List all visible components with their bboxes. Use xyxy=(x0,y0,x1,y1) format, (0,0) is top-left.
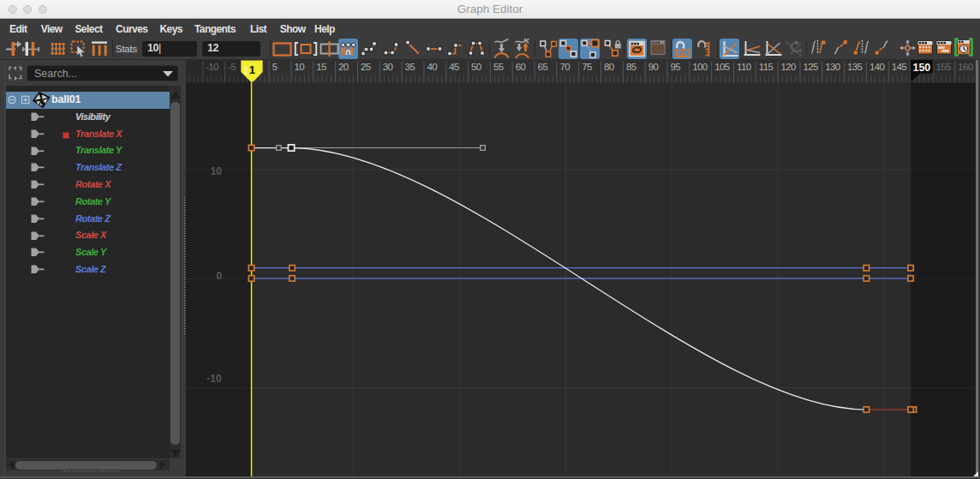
svg-text:60: 60 xyxy=(516,62,526,72)
svg-text:-10: -10 xyxy=(206,62,218,72)
svg-text:105: 105 xyxy=(714,62,729,72)
svg-text:1: 1 xyxy=(243,65,248,75)
svg-text:15: 15 xyxy=(316,62,326,72)
svg-text:-10: -10 xyxy=(206,373,222,385)
svg-text:-5: -5 xyxy=(228,62,236,72)
svg-text:10: 10 xyxy=(211,165,223,177)
svg-text:20: 20 xyxy=(338,62,349,72)
svg-text:90: 90 xyxy=(648,62,659,72)
svg-text:1: 1 xyxy=(249,63,255,76)
svg-text:25: 25 xyxy=(361,62,371,72)
svg-text:125: 125 xyxy=(804,62,818,72)
svg-text:85: 85 xyxy=(626,62,636,72)
svg-text:160: 160 xyxy=(958,62,972,72)
svg-text:115: 115 xyxy=(759,62,774,72)
svg-text:35: 35 xyxy=(405,62,415,72)
svg-text:30: 30 xyxy=(383,62,393,72)
svg-text:10: 10 xyxy=(295,62,305,72)
svg-text:40: 40 xyxy=(427,62,437,72)
svg-text:65: 65 xyxy=(538,62,548,72)
svg-text:130: 130 xyxy=(825,62,840,72)
svg-text:120: 120 xyxy=(781,62,796,72)
svg-text:140: 140 xyxy=(869,62,884,72)
svg-text:150: 150 xyxy=(912,62,930,74)
svg-text:95: 95 xyxy=(671,62,681,72)
svg-text:0: 0 xyxy=(217,270,223,282)
svg-text:110: 110 xyxy=(737,62,751,72)
svg-text:70: 70 xyxy=(559,62,570,72)
svg-text:45: 45 xyxy=(449,62,459,72)
svg-text:50: 50 xyxy=(471,62,481,72)
svg-text:135: 135 xyxy=(847,62,862,72)
svg-text:55: 55 xyxy=(493,62,504,72)
svg-text:75: 75 xyxy=(582,62,592,72)
svg-text:155: 155 xyxy=(935,62,950,72)
svg-text:100: 100 xyxy=(692,62,707,72)
svg-text:145: 145 xyxy=(892,62,906,72)
svg-text:5: 5 xyxy=(272,62,278,72)
svg-text:80: 80 xyxy=(604,62,614,72)
